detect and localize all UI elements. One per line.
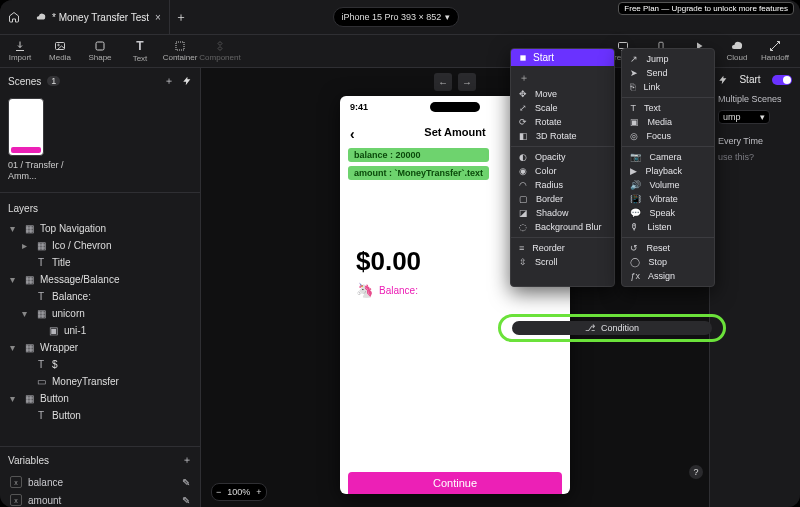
mi-jump[interactable]: ↗Jump — [622, 52, 714, 66]
zoom-in-button[interactable]: + — [256, 487, 261, 497]
layer-moneytransfer[interactable]: ▭MoneyTransfer — [0, 373, 200, 390]
add-variable-button[interactable]: ＋ — [182, 453, 192, 467]
mi-rotate[interactable]: ⟳Rotate — [511, 115, 614, 129]
text-button[interactable]: TText — [120, 35, 160, 67]
layer-chevron[interactable]: ▸▦Ico / Chevron — [0, 237, 200, 254]
vibrate-icon: 📳 — [630, 194, 641, 204]
mi-link[interactable]: ⎘Link — [622, 80, 714, 94]
rotate-icon: ⟳ — [519, 117, 527, 127]
close-icon[interactable]: × — [155, 12, 161, 23]
jump-icon: ↗ — [630, 54, 638, 64]
layer-message-balance[interactable]: ▾▦Message/Balance — [0, 271, 200, 288]
layer-uni1[interactable]: ▣uni-1 — [0, 322, 200, 339]
input-icon: ▭ — [36, 376, 46, 387]
insp-every: Every Time — [718, 136, 763, 146]
scene-thumbnail[interactable] — [8, 98, 44, 156]
mi-send[interactable]: ➤Send — [622, 66, 714, 80]
mi-bgblur[interactable]: ◌Background Blur — [511, 220, 614, 234]
nav-back-button[interactable]: ← — [434, 73, 452, 91]
layer-button-text[interactable]: TButton — [0, 407, 200, 424]
mi-reset[interactable]: ↺Reset — [622, 241, 714, 255]
media-button[interactable]: Media — [40, 35, 80, 67]
branch-icon: ⎇ — [585, 323, 595, 333]
mi-opacity[interactable]: ◐Opacity — [511, 150, 614, 164]
unicorn-icon: 🦄 — [356, 282, 373, 298]
shape-button[interactable]: Shape — [80, 35, 120, 67]
debug-chips: balance : 20000 amount : `MoneyTransfer`… — [348, 148, 489, 180]
layer-dollar[interactable]: T$ — [0, 356, 200, 373]
scenes-count: 1 — [47, 76, 60, 86]
scenes-label: Scenes — [8, 76, 41, 87]
variable-balance[interactable]: xbalance✎ — [0, 473, 200, 491]
layer-title[interactable]: TTitle — [0, 254, 200, 271]
mi-scroll[interactable]: ⇳Scroll — [511, 255, 614, 269]
menu-add-button[interactable]: ＋ — [511, 69, 614, 87]
mi-border[interactable]: ▢Border — [511, 192, 614, 206]
insp-select-1[interactable]: ump▾ — [718, 110, 770, 124]
component-button[interactable]: Component — [200, 35, 240, 67]
layer-wrapper[interactable]: ▾▦Wrapper — [0, 339, 200, 356]
mi-reorder[interactable]: ≡Reorder — [511, 241, 614, 255]
speak-icon: 💬 — [630, 208, 641, 218]
mi-playback[interactable]: ▶Playback — [622, 164, 714, 178]
mi-camera[interactable]: 📷Camera — [622, 150, 714, 164]
border-icon: ▢ — [519, 194, 528, 204]
tab-title: * Money Transfer Test — [52, 12, 149, 23]
mi-3drotate[interactable]: ◧3D Rotate — [511, 129, 614, 143]
add-tab-button[interactable]: ＋ — [170, 0, 192, 34]
container-button[interactable]: Container — [160, 35, 200, 67]
handoff-button[interactable]: Handoff — [756, 35, 794, 67]
edit-icon[interactable]: ✎ — [182, 495, 190, 506]
amount-display[interactable]: $0.00 — [356, 246, 421, 277]
mi-color[interactable]: ◉Color — [511, 164, 614, 178]
document-tabs: * Money Transfer Test × ＋ — [28, 0, 192, 34]
mi-shadow[interactable]: ◪Shadow — [511, 206, 614, 220]
bolt-icon — [718, 75, 728, 85]
mi-text[interactable]: TText — [622, 101, 714, 115]
svg-rect-0 — [56, 43, 65, 50]
mi-volume[interactable]: 🔊Volume — [622, 178, 714, 192]
plan-banner[interactable]: Free Plan — Upgrade to unlock more featu… — [618, 2, 794, 15]
mi-scale[interactable]: ⤢Scale — [511, 101, 614, 115]
home-icon[interactable] — [0, 11, 28, 23]
insp-use-this[interactable]: use this? — [718, 152, 754, 162]
document-tab[interactable]: * Money Transfer Test × — [28, 0, 170, 34]
mi-media[interactable]: ▣Media — [622, 115, 714, 129]
mi-speak[interactable]: 💬Speak — [622, 206, 714, 220]
edit-icon[interactable]: ✎ — [182, 477, 190, 488]
mi-stop[interactable]: ◯Stop — [622, 255, 714, 269]
mi-move[interactable]: ✥Move — [511, 87, 614, 101]
mi-focus[interactable]: ◎Focus — [622, 129, 714, 143]
layer-button-group[interactable]: ▾▦Button — [0, 390, 200, 407]
zoom-control[interactable]: − 100% + — [211, 483, 267, 501]
import-button[interactable]: Import — [0, 35, 40, 67]
layer-topnav[interactable]: ▾▦Top Navigation — [0, 220, 200, 237]
zoom-out-button[interactable]: − — [216, 487, 221, 497]
mi-vibrate[interactable]: 📳Vibrate — [622, 192, 714, 206]
text-icon: T — [36, 291, 46, 302]
bolt-icon[interactable] — [182, 74, 192, 88]
action-menu-header[interactable]: Start — [511, 49, 614, 66]
inspector-tab-start[interactable]: Start — [739, 74, 760, 85]
mi-assign[interactable]: ƒxAssign — [622, 269, 714, 283]
mi-listen[interactable]: 🎙Listen — [622, 220, 714, 234]
device-pill[interactable]: iPhone 15 Pro 393 × 852 ▾ — [333, 7, 460, 27]
action-menu-col2: ↗Jump ➤Send ⎘Link TText ▣Media ◎Focus 📷C… — [621, 48, 715, 287]
move-icon: ✥ — [519, 89, 527, 99]
variable-amount[interactable]: xamount✎ — [0, 491, 200, 507]
continue-button[interactable]: Continue — [348, 472, 562, 494]
layer-unicorn[interactable]: ▾▦unicorn — [0, 305, 200, 322]
scene-name[interactable]: 01 / Transfer / Amm... — [8, 160, 68, 182]
shadow-icon: ◪ — [519, 208, 528, 218]
start-toggle[interactable] — [772, 75, 792, 85]
send-icon: ➤ — [630, 68, 638, 78]
variable-type-icon: x — [10, 476, 22, 488]
help-button[interactable]: ? — [689, 465, 703, 479]
condition-bar[interactable]: ⎇ Condition — [512, 321, 712, 335]
nav-forward-button[interactable]: → — [458, 73, 476, 91]
cloud-button[interactable]: Cloud — [718, 35, 756, 67]
add-scene-button[interactable]: ＋ — [164, 74, 174, 88]
svg-rect-6 — [520, 55, 525, 60]
layer-balance[interactable]: TBalance: — [0, 288, 200, 305]
mi-radius[interactable]: ◠Radius — [511, 178, 614, 192]
